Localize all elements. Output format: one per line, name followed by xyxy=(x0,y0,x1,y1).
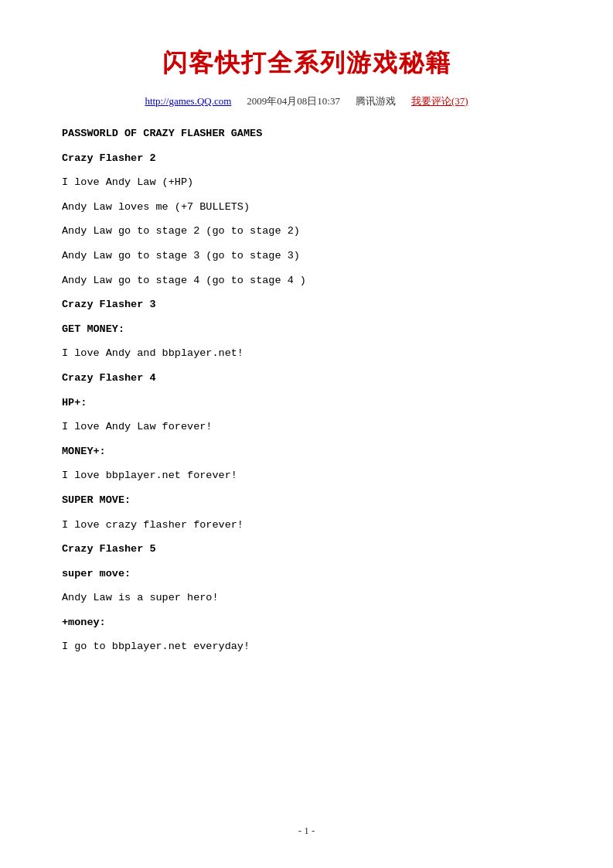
publish-date: 2009年04月08日10:37 xyxy=(247,94,340,108)
cf2-item-1: I love Andy Law (+HP) xyxy=(62,174,551,191)
cf3-header-money: GET MONEY: xyxy=(62,321,551,338)
cf4-item-hp: I love Andy Law forever! xyxy=(62,419,551,436)
source-link[interactable]: http://games.QQ.com xyxy=(145,95,231,108)
intro-line: PASSWORLD OF CRAZY FLASHER GAMES xyxy=(62,125,551,142)
cf5-header-super: super move: xyxy=(62,566,551,583)
cf2-item-5: Andy Law go to stage 4 (go to stage 4 ) xyxy=(62,272,551,289)
page-number: - 1 - xyxy=(298,825,315,836)
cf5-header-money: +money: xyxy=(62,614,551,631)
cf5-item-super: Andy Law is a super hero! xyxy=(62,589,551,607)
cf4-item-super: I love crazy flasher forever! xyxy=(62,517,551,534)
cf3-item-1: I love Andy and bbplayer.net! xyxy=(62,345,551,362)
cf2-item-3: Andy Law go to stage 2 (go to stage 2) xyxy=(62,223,551,240)
comment-link[interactable]: 我要评论(37) xyxy=(411,94,468,108)
cf4-header-money: MONEY+: xyxy=(62,443,551,460)
main-content: PASSWORLD OF CRAZY FLASHER GAMES Crazy F… xyxy=(62,125,551,655)
game-title-cf5: Crazy Flasher 5 xyxy=(62,541,551,558)
game-title-cf2: Crazy Flasher 2 xyxy=(62,150,551,167)
cf2-item-2: Andy Law loves me (+7 BULLETS) xyxy=(62,199,551,216)
game-title-cf3: Crazy Flasher 3 xyxy=(62,296,551,313)
cf4-header-hp: HP+: xyxy=(62,395,551,412)
page-container: 闪客快打全系列游戏秘籍 http://games.QQ.com 2009年04月… xyxy=(0,0,613,868)
page-footer: - 1 - xyxy=(0,825,613,837)
game-title-cf4: Crazy Flasher 4 xyxy=(62,370,551,387)
cf4-header-super: SUPER MOVE: xyxy=(62,492,551,509)
meta-row: http://games.QQ.com 2009年04月08日10:37 腾讯游… xyxy=(62,94,551,108)
page-title: 闪客快打全系列游戏秘籍 xyxy=(62,46,551,80)
site-name: 腾讯游戏 xyxy=(356,94,396,108)
cf2-item-4: Andy Law go to stage 3 (go to stage 3) xyxy=(62,248,551,265)
cf4-item-money: I love bbplayer.net forever! xyxy=(62,467,551,484)
cf5-item-money: I go to bbplayer.net everyday! xyxy=(62,638,551,655)
